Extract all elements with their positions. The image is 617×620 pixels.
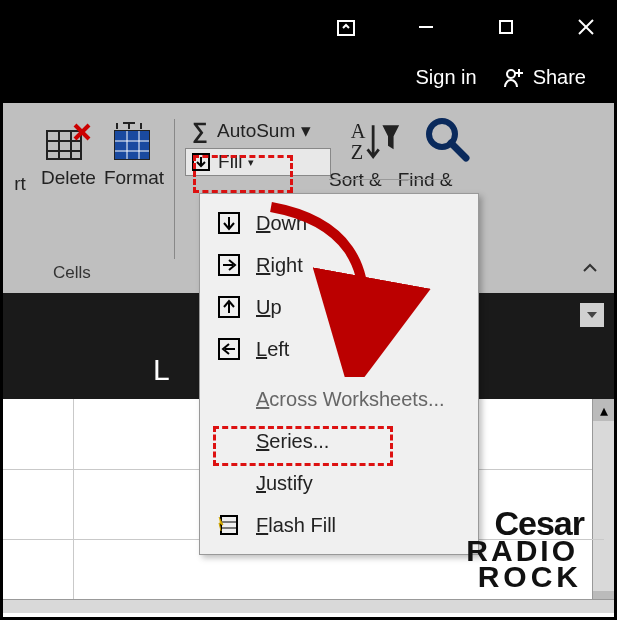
insert-cells-button[interactable]: rt [3,113,37,201]
account-bar: Sign in Share [3,51,614,103]
autosum-label: AutoSum [217,120,295,142]
svg-rect-2 [500,21,512,33]
find-select-icon[interactable] [423,115,475,167]
svg-text:Z: Z [351,141,363,163]
delete-label: Delete [41,167,96,189]
fill-label: Fill [218,151,242,173]
arrow-up-box-icon [216,294,242,320]
chevron-down-icon: ▾ [301,119,311,142]
fill-across-worksheets-item[interactable]: Across Worksheets... [200,378,478,420]
fill-series-item[interactable]: Series... [200,420,478,462]
share-label: Share [533,66,586,89]
flash-fill-item[interactable]: Flash Fill [200,504,478,546]
delete-cells-icon [41,119,95,167]
flash-fill-icon [216,512,242,538]
sort-filter-icon[interactable]: AZ [349,115,401,167]
svg-rect-0 [338,21,354,35]
scroll-up-button[interactable]: ▴ [593,399,614,421]
horizontal-scrollbar[interactable] [3,599,614,613]
fill-button[interactable]: Fill ▾ [185,148,331,176]
fill-dropdown-menu: DDownown Right Up Left Across Worksheets… [199,193,479,555]
fill-left-item[interactable]: Left [200,328,478,370]
svg-point-5 [507,70,515,78]
fill-justify-item[interactable]: Justify [200,462,478,504]
share-button[interactable]: Share [501,65,586,89]
sort-find-labels: Sort & Find & [329,169,453,191]
svg-text:A: A [351,120,366,142]
column-header-label[interactable]: L [153,353,170,387]
minimize-button[interactable] [406,7,446,47]
svg-rect-16 [115,131,149,159]
ribbon-display-options[interactable] [326,7,366,47]
fill-down-icon [190,151,212,173]
arrow-down-box-icon [216,210,242,236]
close-button[interactable] [566,7,606,47]
fill-up-item[interactable]: Up [200,286,478,328]
signin-link[interactable]: Sign in [415,66,476,89]
ribbon-separator [174,119,175,259]
share-icon [501,65,525,89]
fill-down-item[interactable]: DDownown [200,202,478,244]
sigma-icon: ∑ [189,120,211,142]
delete-cells-button[interactable]: Delete [37,113,100,195]
format-cells-button[interactable]: Format [100,113,168,195]
window-titlebar [3,3,614,51]
svg-line-25 [451,143,466,158]
format-cells-icon [107,119,161,167]
chevron-down-icon: ▾ [248,156,254,169]
arrow-left-box-icon [216,336,242,362]
svg-rect-8 [47,131,81,159]
maximize-button[interactable] [486,7,526,47]
collapse-ribbon-button[interactable] [580,259,600,279]
format-label: Format [104,167,164,189]
fill-right-item[interactable]: Right [200,244,478,286]
arrow-right-box-icon [216,252,242,278]
ribbon-group-label-cells: Cells [53,263,91,283]
insert-label: rt [14,173,26,195]
autosum-button[interactable]: ∑ AutoSum ▾ [185,117,331,144]
vertical-scrollbar[interactable]: ▴ ▾ [592,399,614,613]
formula-expand-button[interactable] [580,303,604,327]
